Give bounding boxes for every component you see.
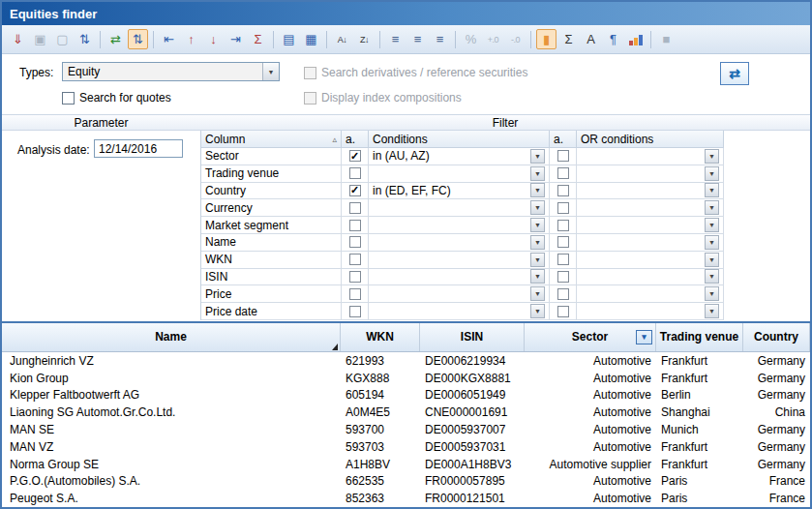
or-enabled-checkbox[interactable] [557, 254, 569, 265]
or-condition-dropdown-arrow[interactable]: ▼ [705, 200, 719, 215]
filter-enabled-checkbox[interactable] [349, 288, 361, 300]
or-condition-dropdown-arrow[interactable]: ▼ [705, 286, 719, 301]
move-up-icon[interactable]: ↑ [181, 29, 201, 49]
search-for-quotes-checkbox[interactable]: Search for quotes [62, 91, 171, 105]
or-enabled-checkbox[interactable] [557, 167, 569, 179]
filter-column-label[interactable]: Market segment [201, 217, 342, 234]
filter-column-label[interactable]: Sector [201, 148, 342, 165]
font-icon[interactable]: A [581, 29, 601, 49]
column-header-country[interactable]: Country [743, 323, 810, 351]
filter-column-label[interactable]: Name [201, 234, 342, 252]
result-row[interactable]: MAN SE593700DE0005937007AutomotiveMunich… [2, 421, 810, 438]
move-last-icon[interactable]: ⇥ [226, 29, 246, 49]
or-enabled-checkbox[interactable] [557, 271, 569, 283]
condition-dropdown-arrow[interactable]: ▼ [530, 269, 545, 284]
auto-filter-icon[interactable]: ⇅ [128, 29, 148, 49]
filter-header-column[interactable]: Column ▵ [201, 131, 342, 148]
condition-dropdown-arrow[interactable]: ▼ [530, 286, 545, 301]
or-condition-dropdown-arrow[interactable]: ▼ [705, 235, 719, 250]
condition-dropdown-arrow[interactable]: ▼ [530, 183, 545, 197]
or-enabled-checkbox[interactable] [557, 202, 569, 214]
condition-dropdown-arrow[interactable]: ▼ [530, 166, 545, 181]
filter-enabled-checkbox[interactable] [349, 202, 361, 214]
condition-dropdown-arrow[interactable]: ▼ [530, 149, 545, 164]
or-enabled-checkbox[interactable] [557, 185, 569, 196]
result-row[interactable]: Liaoning SG Automot.Gr.Co.Ltd.A0M4E5CNE0… [2, 404, 810, 421]
filter-column-label[interactable]: Country [201, 183, 342, 200]
result-row[interactable]: Peugeot S.A.852363FR0000121501Automotive… [2, 490, 810, 507]
filter-column-label[interactable]: WKN [201, 252, 342, 269]
filter-enabled-checkbox[interactable] [349, 220, 361, 231]
column-header-trading-venue[interactable]: Trading venue [656, 323, 743, 351]
condition-value[interactable]: in (ED, EF, FC) [373, 184, 451, 197]
export-icon[interactable]: ⇓ [8, 29, 28, 49]
types-dropdown[interactable]: Equity ▼ [62, 62, 280, 81]
move-first-icon[interactable]: ⇤ [159, 29, 179, 49]
condition-dropdown-arrow[interactable]: ▼ [530, 218, 545, 232]
condition-dropdown-arrow[interactable]: ▼ [530, 304, 545, 318]
result-row[interactable]: P.G.O.(Automobiles) S.A.662535FR00000578… [2, 473, 810, 491]
condition-dropdown-arrow[interactable]: ▼ [530, 235, 545, 250]
result-row[interactable]: Jungheinrich VZ621993DE0006219934Automot… [2, 352, 810, 370]
cell-wkn: KGX888 [341, 370, 420, 387]
refresh-icon[interactable]: ⇄ [105, 29, 126, 49]
result-row[interactable]: Kion GroupKGX888DE000KGX8881AutomotiveFr… [2, 370, 810, 387]
column-header-sector[interactable]: Sector▾ [525, 323, 656, 351]
column-header-label: Name [155, 331, 187, 344]
filter-enabled-checkbox[interactable]: ✓ [349, 150, 361, 162]
or-condition-dropdown-arrow[interactable]: ▼ [705, 304, 719, 318]
align-left-icon[interactable]: ≡ [385, 29, 406, 49]
filter-column-label[interactable]: Price date [201, 303, 342, 320]
result-row[interactable]: MAN VZ593703DE0005937031AutomotiveFrankf… [2, 438, 810, 456]
condition-dropdown-arrow[interactable]: ▼ [530, 253, 545, 267]
column-header-isin[interactable]: ISIN [420, 323, 525, 351]
filter-column-label[interactable]: Trading venue [201, 165, 342, 183]
align-center-icon[interactable]: ≡ [407, 29, 428, 49]
column-header-name[interactable]: Name [2, 323, 341, 351]
fit-rows-icon[interactable]: ⇅ [75, 29, 95, 49]
freeze-columns-icon[interactable]: ▤ [279, 29, 299, 49]
filter-enabled-checkbox[interactable] [349, 236, 361, 248]
analysis-date-input[interactable] [94, 139, 183, 158]
or-condition-dropdown-arrow[interactable]: ▼ [705, 166, 719, 181]
paragraph-icon[interactable]: ¶ [603, 29, 623, 49]
filter-enabled-checkbox[interactable]: ✓ [349, 185, 361, 196]
filter-enabled-checkbox[interactable] [349, 306, 361, 317]
or-enabled-checkbox[interactable] [557, 288, 569, 300]
result-row[interactable]: Norma Group SEA1H8BVDE000A1H8BV3Automoti… [2, 456, 810, 473]
table-layout-icon[interactable]: ▦ [301, 29, 321, 49]
checkbox-box[interactable] [62, 92, 75, 105]
column-header-wkn[interactable]: WKN [341, 323, 420, 351]
filter-column-label[interactable]: Currency [201, 199, 342, 217]
condition-value[interactable]: in (AU, AZ) [373, 149, 430, 163]
increase-decimal-icon: +.0 [483, 29, 503, 49]
filter-enabled-checkbox[interactable] [349, 254, 361, 265]
or-condition-dropdown-arrow[interactable]: ▼ [705, 253, 719, 267]
or-condition-dropdown-arrow[interactable]: ▼ [705, 218, 719, 232]
highlight-icon[interactable]: ▮ [536, 29, 556, 49]
sort-descending-icon[interactable]: Z↓ [354, 29, 375, 49]
or-enabled-checkbox[interactable] [557, 306, 569, 317]
or-enabled-checkbox[interactable] [557, 150, 569, 162]
chart-icon[interactable] [625, 29, 646, 49]
align-right-icon[interactable]: ≡ [430, 29, 450, 49]
sigma-icon[interactable]: Σ [558, 29, 579, 49]
or-enabled-checkbox[interactable] [557, 236, 569, 248]
or-enabled-checkbox[interactable] [557, 220, 569, 231]
filter-column-label[interactable]: Price [201, 285, 342, 303]
run-search-button[interactable]: ⇄ [720, 62, 749, 85]
or-condition-dropdown-arrow[interactable]: ▼ [705, 149, 719, 164]
sum-row-icon[interactable]: Σ [248, 29, 268, 49]
filter-enabled-checkbox[interactable] [349, 271, 361, 283]
condition-dropdown-arrow[interactable]: ▼ [530, 200, 545, 215]
filter-enabled-checkbox[interactable] [349, 167, 361, 179]
result-row[interactable]: Klepper Faltbootwerft AG605194DE00060519… [2, 387, 810, 404]
or-condition-dropdown-arrow[interactable]: ▼ [705, 269, 719, 284]
filter-column-label[interactable]: ISIN [201, 269, 342, 286]
sort-ascending-icon[interactable]: A↓ [332, 29, 352, 49]
cell-isin: DE0005937007 [420, 421, 525, 438]
column-filter-button[interactable]: ▾ [636, 330, 652, 344]
chevron-down-icon[interactable]: ▼ [262, 63, 279, 80]
move-down-icon[interactable]: ↓ [203, 29, 224, 49]
or-condition-dropdown-arrow[interactable]: ▼ [705, 183, 719, 197]
